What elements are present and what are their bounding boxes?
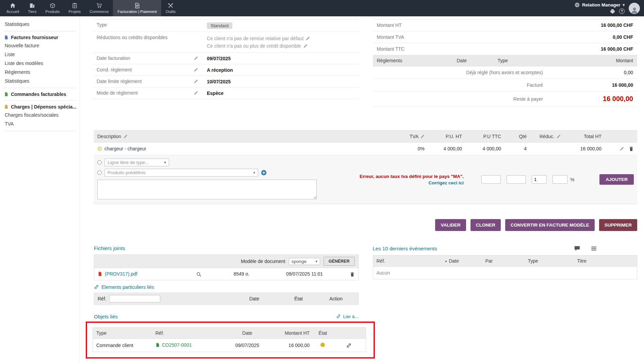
- edit-line-icon[interactable]: [620, 147, 624, 151]
- payment-mode-label: Mode de règlement: [97, 90, 138, 96]
- ref-filter-input[interactable]: [109, 295, 160, 302]
- attachments-table: Modèle de document sponge ▾ GÉNÉRER (PRO…: [94, 254, 359, 280]
- charges-doc-icon: [4, 104, 9, 109]
- invoice-totals: Montant HT 16 000,00 CHF Montant TVA 0,0…: [373, 19, 638, 106]
- list-menu-icon[interactable]: [591, 245, 597, 252]
- edit-pencil-icon[interactable]: [306, 36, 310, 41]
- lines-header-tva: TVA: [410, 134, 418, 139]
- edit-pencil-icon[interactable]: [194, 68, 198, 72]
- events-column: Les 10 derniers événements Réf. ▲ Date P…: [373, 245, 638, 279]
- edit-pencil-icon[interactable]: [420, 134, 425, 139]
- clone-button[interactable]: CLONER: [470, 219, 501, 231]
- fix-error-link[interactable]: Corrigez ceci ici: [326, 180, 464, 185]
- product-link[interactable]: chargeur - chargeur: [97, 146, 146, 151]
- invoice-details: Type Standard Réductions ou crédits disp…: [94, 19, 359, 106]
- nav-projets[interactable]: Projets: [64, 0, 85, 16]
- linked-objects-header-montant: Montant HT: [270, 330, 310, 336]
- edit-pencil-icon[interactable]: [556, 134, 561, 139]
- nav-commerce-label: Commerce: [89, 10, 109, 14]
- sidebar-item-reglements[interactable]: Règlements: [4, 68, 80, 77]
- sidebar-divider: [4, 131, 76, 131]
- discount-line-2: Ce client n'a pas ou plus de crédit disp…: [207, 43, 301, 50]
- predefined-product-radio[interactable]: [97, 170, 102, 175]
- discount-line-1: Ce client n'a pas de remise relative par…: [207, 35, 303, 43]
- sidebar-item-liste-des-modeles[interactable]: Liste des modèles: [4, 59, 80, 68]
- linked-object-type: Commande client: [96, 343, 155, 348]
- chat-bubble-icon[interactable]: [574, 245, 580, 252]
- add-line-reduc-input[interactable]: [552, 175, 567, 184]
- payments-header-date: Date: [457, 58, 498, 63]
- add-product-plus-icon[interactable]: [261, 170, 267, 176]
- predefined-product-select[interactable]: Produits prédéfinis ▾: [104, 169, 258, 177]
- delete-button[interactable]: SUPPRIMER: [599, 219, 637, 231]
- link-to-button[interactable]: Lier à...: [336, 314, 358, 319]
- delete-attachment-trash-icon[interactable]: [350, 272, 355, 277]
- sidebar-section-factures-fournisseur[interactable]: Factures fournisseur: [4, 34, 80, 41]
- edit-pencil-icon[interactable]: [194, 79, 198, 84]
- preview-magnifier-icon[interactable]: [196, 272, 201, 277]
- nav-facturation-paiement[interactable]: Facturation | Paiement: [113, 0, 161, 16]
- unlink-icon[interactable]: [346, 343, 351, 348]
- product-description: chargeur - chargeur: [104, 146, 146, 151]
- nav-tiers[interactable]: Tiers: [23, 0, 41, 16]
- doc-model-label: Modèle de document: [241, 259, 285, 264]
- doc-model-select[interactable]: sponge ▾: [289, 258, 320, 265]
- free-line-type-placeholder: Ligne libre de type...: [108, 160, 149, 165]
- linked-elements-header-ref: Réf.: [98, 296, 106, 301]
- sidebar-item-charges-fiscales[interactable]: Charges fiscales/sociales: [4, 111, 80, 119]
- products-cube-icon: [50, 3, 55, 9]
- sidebar: Statistiques Factures fournisseur Nouvel…: [0, 16, 80, 363]
- link-icon: [336, 314, 341, 319]
- nav-outils[interactable]: Outils: [161, 0, 180, 16]
- navbar-right: Relation Manager ▾ ?: [575, 0, 644, 16]
- billed-label: Facturé: [527, 82, 543, 88]
- sidebar-item-tva[interactable]: TVA: [4, 119, 80, 128]
- sidebar-section-charges[interactable]: Charges | Dépenses spécia...: [4, 103, 80, 111]
- user-menu[interactable]: Relation Manager ▾: [575, 2, 625, 7]
- validate-button[interactable]: VALIDER: [435, 219, 466, 231]
- sidebar-section-commandes-facturables[interactable]: Commandes facturables: [4, 90, 80, 98]
- delete-line-trash-icon[interactable]: [629, 146, 634, 151]
- sidebar-item-statistiques[interactable]: Statistiques: [4, 77, 80, 85]
- sort-asc-icon[interactable]: ▲: [445, 259, 448, 263]
- status-dot: [320, 343, 325, 347]
- add-line-button[interactable]: AJOUTER: [599, 174, 634, 185]
- sidebar-item-nouvelle-facture[interactable]: Nouvelle facture: [4, 41, 80, 50]
- printer-icon[interactable]: [610, 9, 615, 14]
- add-line-pu-ttc-input[interactable]: [507, 175, 526, 184]
- sidebar-section-label: Factures fournisseur: [11, 35, 58, 40]
- edit-pencil-icon[interactable]: [194, 56, 198, 61]
- convert-to-template-button[interactable]: CONVERTIR EN FACTURE MODÈLE: [505, 219, 595, 231]
- edit-pencil-icon[interactable]: [194, 91, 198, 95]
- line-description-textarea[interactable]: [97, 180, 317, 199]
- linked-object-date: 09/07/2025: [224, 343, 270, 348]
- doc-model-value: sponge: [292, 259, 307, 264]
- sidebar-item-statistiques-top[interactable]: Statistiques: [4, 20, 80, 29]
- free-line-type-select[interactable]: Ligne libre de type... ▾: [104, 159, 169, 166]
- generate-button[interactable]: GÉNÉRER: [324, 257, 355, 266]
- free-line-radio[interactable]: [97, 160, 102, 165]
- add-line-qty-input[interactable]: [532, 175, 547, 184]
- help-icon[interactable]: ?: [619, 9, 625, 14]
- order-ref-label: CO2507-0001: [162, 342, 192, 348]
- payments-header-type: Type: [498, 58, 566, 63]
- order-ref-link[interactable]: CO2507-0001: [155, 342, 192, 348]
- nav-produits[interactable]: Produits: [41, 0, 64, 16]
- edit-pencil-icon[interactable]: [123, 134, 128, 139]
- chevron-down-icon: ▾: [253, 170, 255, 175]
- percent-label: %: [570, 177, 574, 182]
- nav-commerce[interactable]: Commerce: [85, 0, 113, 16]
- payment-terms-label: Cond. règlement: [97, 67, 132, 72]
- add-line-pu-ht-input[interactable]: [481, 175, 501, 184]
- attachment-file-link[interactable]: (PROV317).pdf: [98, 271, 196, 277]
- sidebar-item-liste[interactable]: Liste: [4, 50, 80, 59]
- attachments-title: Fichiers joints: [94, 245, 359, 251]
- billing-invoice-icon: [134, 3, 140, 9]
- edit-pencil-icon[interactable]: [303, 44, 308, 48]
- nav-accueil[interactable]: Accueil: [2, 0, 23, 16]
- third-parties-icon: [29, 3, 35, 9]
- add-line-area: Ligne libre de type... ▾ Produits prédéf…: [94, 155, 637, 204]
- avatar[interactable]: [629, 3, 640, 14]
- events-header-type: Type: [528, 258, 577, 264]
- nav-tiers-label: Tiers: [28, 10, 36, 14]
